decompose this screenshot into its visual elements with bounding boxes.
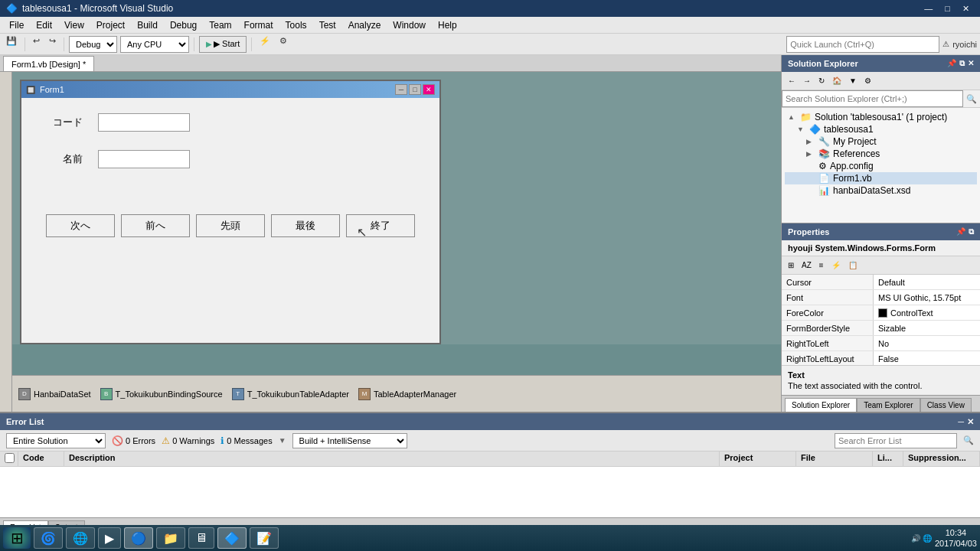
- table-adapter-label: T_TokuikubunTableAdapter: [247, 390, 349, 399]
- se-close-icon[interactable]: ✕: [968, 59, 974, 68]
- cpu-select[interactable]: Any CPU: [120, 36, 189, 53]
- error-toolbar: Entire Solution 🚫 0 Errors ⚠ 0 Warnings …: [0, 430, 980, 452]
- tree-project[interactable]: ▼ 🔷 tablesousa1: [785, 123, 977, 135]
- close-button[interactable]: ✕: [958, 4, 974, 14]
- maximize-button[interactable]: □: [940, 4, 955, 14]
- tab-solution-explorer[interactable]: Solution Explorer: [785, 398, 857, 412]
- se-forward-btn[interactable]: →: [800, 75, 814, 86]
- tab-form1-design[interactable]: Form1.vb [Design] *: [3, 56, 94, 71]
- user-label: ryoichi: [952, 40, 977, 49]
- solution-explorer: Solution Explorer 📌 ⧉ ✕ ← → ↻ 🏠 ▼ ⚙: [782, 55, 980, 223]
- taskbar-app-2[interactable]: ▶: [98, 527, 121, 549]
- tree-dataset[interactable]: 📊 hanbaiDataSet.xsd: [785, 184, 977, 197]
- se-filter-btn[interactable]: ▼: [846, 75, 860, 86]
- prop-cat-btn[interactable]: ⊞: [785, 259, 797, 271]
- prop-expand-icon[interactable]: ⧉: [969, 227, 974, 236]
- toolbar-undo[interactable]: ↩: [30, 36, 43, 53]
- se-pin-icon[interactable]: 📌: [947, 59, 956, 68]
- taskbar-app-4[interactable]: 📁: [156, 527, 185, 549]
- taskbar-app-6[interactable]: 🔷: [217, 527, 247, 549]
- toolbar-save[interactable]: 💾: [3, 36, 20, 53]
- menu-help[interactable]: Help: [432, 18, 463, 32]
- btn-next[interactable]: 次へ: [46, 214, 115, 237]
- menu-project[interactable]: Project: [90, 18, 131, 32]
- se-back-btn[interactable]: ←: [785, 75, 799, 86]
- error-filter-select[interactable]: Entire Solution: [6, 433, 106, 448]
- col-project: Project: [720, 452, 796, 466]
- btn-prev[interactable]: 前へ: [121, 214, 190, 237]
- error-close-icon[interactable]: ✕: [967, 417, 974, 427]
- error-list-panel: Error List ─ ✕ Entire Solution 🚫 0 Error…: [0, 412, 980, 534]
- taskbar-app-1[interactable]: 🌐: [66, 527, 95, 549]
- form-maximize-btn[interactable]: □: [409, 84, 421, 95]
- menu-file[interactable]: File: [3, 18, 30, 32]
- form-minimize-btn[interactable]: ─: [395, 84, 407, 95]
- build-filter-select[interactable]: Build + IntelliSense: [292, 433, 407, 448]
- se-search-input[interactable]: [782, 90, 963, 107]
- tab-team-explorer[interactable]: Team Explorer: [857, 398, 920, 412]
- menu-debug[interactable]: Debug: [164, 18, 203, 32]
- tree-appconfig[interactable]: ⚙ App.config: [785, 160, 977, 172]
- se-refresh-btn[interactable]: ↻: [815, 75, 828, 86]
- references-label: References: [833, 148, 880, 159]
- error-search-input[interactable]: [835, 433, 957, 448]
- panel-bottom-tabs: Solution Explorer Team Explorer Class Vi…: [782, 395, 980, 412]
- error-search-icon[interactable]: 🔍: [963, 435, 974, 445]
- prop-events-btn[interactable]: ⚡: [828, 259, 844, 271]
- prop-value-righttoleft[interactable]: No: [874, 336, 980, 350]
- prop-row-formborderstyle: FormBorderStyle Sizable: [782, 321, 980, 336]
- se-search-icon[interactable]: 🔍: [963, 94, 980, 104]
- btn-end[interactable]: 終了: [346, 214, 415, 237]
- prop-value-righttoleftlayout[interactable]: False: [874, 351, 980, 365]
- col-check-box[interactable]: [5, 453, 15, 463]
- menu-test[interactable]: Test: [313, 18, 342, 32]
- toolbar-misc-1[interactable]: ⚡: [256, 36, 273, 53]
- tree-references[interactable]: ▶ 📚 References: [785, 148, 977, 160]
- prop-value-cursor[interactable]: Default: [874, 275, 980, 289]
- component-table-adapter[interactable]: T T_TokuikubunTableAdapter: [232, 388, 349, 400]
- menu-analyze[interactable]: Analyze: [342, 18, 387, 32]
- menu-tools[interactable]: Tools: [279, 18, 313, 32]
- taskbar-app-3[interactable]: 🔵: [124, 527, 153, 549]
- minimize-button[interactable]: —: [920, 4, 937, 14]
- prop-az-btn[interactable]: AZ: [799, 259, 815, 271]
- form-close-btn[interactable]: ✕: [423, 84, 435, 95]
- quick-launch-input[interactable]: [786, 36, 939, 53]
- tree-myproject[interactable]: ▶ 🔧 My Project: [785, 135, 977, 148]
- taskbar-app-0[interactable]: 🌀: [34, 527, 63, 549]
- prop-value-font[interactable]: MS UI Gothic, 15.75pt: [874, 290, 980, 305]
- prop-value-forecolor[interactable]: ControlText: [874, 305, 980, 320]
- component-hanbai[interactable]: D HanbaiDataSet: [18, 388, 91, 400]
- prop-props-btn[interactable]: ≡: [816, 259, 827, 271]
- btn-last[interactable]: 最後: [271, 214, 340, 237]
- component-manager[interactable]: M TableAdapterManager: [358, 388, 456, 400]
- se-expand-icon[interactable]: ⧉: [959, 59, 965, 68]
- se-settings-btn[interactable]: ⚙: [861, 75, 874, 86]
- tab-class-view[interactable]: Class View: [920, 398, 972, 412]
- error-pin-icon[interactable]: ─: [958, 417, 964, 427]
- menu-edit[interactable]: Edit: [30, 18, 58, 32]
- code-input[interactable]: [98, 113, 190, 132]
- menu-view[interactable]: View: [58, 18, 90, 32]
- toolbar-redo[interactable]: ↪: [46, 36, 59, 53]
- taskbar-app-7[interactable]: 📝: [250, 527, 279, 549]
- start-button[interactable]: ▶ ▶ Start: [199, 36, 247, 53]
- component-binding[interactable]: B T_TokuikubunBindingSource: [100, 388, 223, 400]
- name-input[interactable]: [98, 150, 190, 168]
- toolbar-misc-2[interactable]: ⚙: [276, 36, 290, 53]
- prop-pages-btn[interactable]: 📋: [845, 259, 861, 271]
- menu-build[interactable]: Build: [131, 18, 164, 32]
- start-menu-button[interactable]: ⊞: [3, 527, 31, 549]
- taskbar-app-5[interactable]: 🖥: [188, 527, 214, 549]
- btn-first[interactable]: 先頭: [196, 214, 265, 237]
- debug-mode-select[interactable]: Debug: [69, 36, 117, 53]
- se-home-btn[interactable]: 🏠: [829, 75, 844, 86]
- right-panel: Solution Explorer 📌 ⧉ ✕ ← → ↻ 🏠 ▼ ⚙: [781, 55, 980, 412]
- prop-value-formborderstyle[interactable]: Sizable: [874, 321, 980, 335]
- tree-form1vb[interactable]: 📄 Form1.vb: [785, 172, 977, 184]
- menu-window[interactable]: Window: [387, 18, 432, 32]
- tree-solution[interactable]: ▲ 📁 Solution 'tablesousa1' (1 project): [785, 111, 977, 123]
- menu-format[interactable]: Format: [238, 18, 279, 32]
- menu-team[interactable]: Team: [203, 18, 237, 32]
- prop-pin-icon[interactable]: 📌: [956, 227, 965, 236]
